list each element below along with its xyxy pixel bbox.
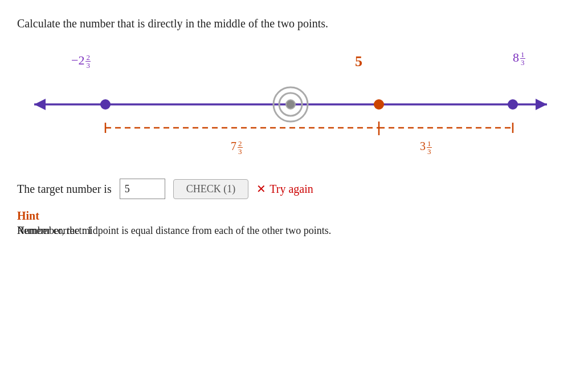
svg-point-8 [508, 99, 518, 110]
label-left-point: −223 [71, 53, 91, 69]
label-bottom-left: 723 [231, 140, 243, 155]
try-again-text: Try again [270, 183, 313, 196]
number-line-svg [17, 82, 564, 161]
svg-marker-1 [34, 99, 46, 110]
number-line-area: −223 5 813 [17, 47, 564, 173]
svg-point-3 [100, 99, 111, 110]
label-right-point: 813 [513, 50, 525, 66]
label-bottom-right: 313 [420, 140, 432, 155]
input-label: The target number is [17, 183, 112, 196]
answer-input[interactable] [120, 179, 165, 199]
instruction-text: Calculate the number that is directly in… [17, 17, 571, 30]
number-correct: Number correct: 1 [17, 225, 92, 237]
input-row: The target number is CHECK (1) ✕ Try aga… [17, 179, 571, 199]
hint-text: Remember, the midpoint is equal distance… [17, 225, 571, 237]
try-again-message: ✕ Try again [256, 182, 313, 196]
svg-marker-2 [536, 99, 547, 110]
label-orange-point: 5 [355, 53, 362, 70]
svg-point-6 [286, 100, 295, 109]
check-button[interactable]: CHECK (1) [173, 179, 249, 199]
x-icon: ✕ [256, 182, 266, 196]
svg-point-7 [374, 99, 384, 110]
hint-section: Hint Remember, the midpoint is equal dis… [17, 209, 571, 237]
hint-title: Hint [17, 209, 571, 223]
